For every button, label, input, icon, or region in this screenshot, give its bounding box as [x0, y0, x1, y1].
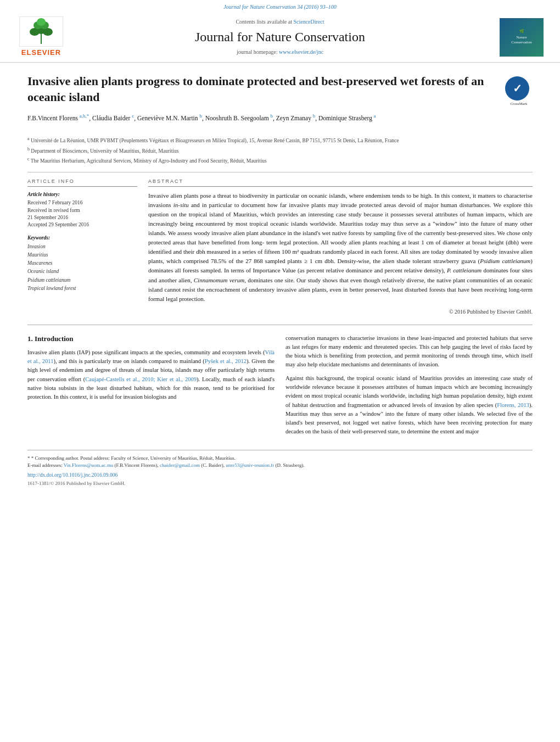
affiliation-a: a Université de La Réunion, UMR PVBMT (P…: [27, 136, 533, 144]
journal-homepage-line: journal homepage: www.elsevier.de/jnc: [71, 48, 489, 56]
article-title-block: Invasive alien plants progress to domina…: [27, 74, 494, 127]
homepage-url[interactable]: www.elsevier.de/jnc: [279, 49, 323, 55]
sup-a: a,b,: [80, 113, 87, 119]
nature-icon: 🌿: [519, 29, 524, 35]
elsevier-logo: ELSEVIER: [11, 16, 71, 58]
sup-affil-a: a: [27, 136, 30, 141]
abstract-col: ABSTRACT Invasive alien plants pose a th…: [148, 178, 533, 316]
article-title: Invasive alien plants progress to domina…: [27, 74, 494, 105]
abstract-label: ABSTRACT: [148, 178, 533, 187]
keyword-oceanic-island: Oceanic island: [27, 267, 137, 276]
footnote-section: * * Corresponding author. Postal address…: [27, 450, 533, 487]
protection-word: protection: [368, 353, 391, 359]
keyword-invasion: Invasion: [27, 243, 137, 251]
keyword-mascarenes: Mascarenes: [27, 259, 137, 267]
authors-line: F.B.Vincent Florens a,b,*, Cláudia Baide…: [27, 113, 494, 122]
revised-date: Received in revised form21 September 201…: [27, 207, 137, 222]
sup-c: c: [132, 113, 134, 119]
affiliation-b: b Department of Biosciences, University …: [27, 146, 533, 155]
sup-b1: b: [199, 113, 202, 119]
sup-affil-b: b: [27, 147, 30, 152]
intro-section-title: 1. Introduction: [27, 334, 275, 344]
ref-pysek-2012[interactable]: Pyšek et al., 2012: [205, 358, 247, 364]
article-history: Article history: Received 7 February 201…: [27, 191, 137, 228]
journal-header-middle: Contents lists available at ScienceDirec…: [71, 18, 489, 57]
svg-point-7: [37, 18, 46, 26]
sup-b3: b: [313, 113, 316, 119]
intro-left-text: Invasive alien plants (IAP) pose signifi…: [27, 348, 275, 402]
info-abstract-section: ARTICLE INFO Article history: Received 7…: [27, 178, 533, 316]
journal-reference-banner: Journal for Nature Conservation 34 (2016…: [0, 0, 560, 12]
crossmark-label: CrossMark: [505, 102, 533, 107]
keyword-psidium: Psidium cattleianum: [27, 276, 137, 284]
copyright-line: © 2016 Published by Elsevier GmbH.: [148, 308, 533, 316]
elsevier-brand-label: ELSEVIER: [21, 48, 61, 58]
sciencedirect-link[interactable]: ScienceDirect: [293, 19, 324, 25]
intro-right-text-1: conservation managers to characterise in…: [285, 334, 533, 370]
sup-a2: a: [374, 113, 376, 119]
doi-line: http://dx.doi.org/10.1016/j.jnc.2016.09.…: [27, 472, 533, 479]
introduction-section: 1. Introduction Invasive alien plants (I…: [27, 334, 533, 441]
article-header: Invasive alien plants progress to domina…: [27, 74, 533, 127]
keyword-forest: Tropical lowland forest: [27, 284, 137, 293]
email-strasberg[interactable]: unre53@univ-reunion.fr: [226, 462, 274, 468]
affiliation-c: c The Mauritius Herbarium, Agricultural …: [27, 156, 533, 165]
journal-logo-text: NatureConservation: [511, 35, 531, 45]
ref-caujape-2010[interactable]: Caujapé-Castells et al., 2010; Kier et a…: [85, 376, 197, 382]
crossmark-circle: ✓: [505, 76, 529, 101]
sup-star: *: [87, 113, 89, 119]
crossmark-logo: ✓ CrossMark: [505, 76, 533, 107]
footnote-emails: E-mail addresses: Vin.Florens@uom.ac.mu …: [27, 462, 533, 470]
svg-point-3: [30, 28, 40, 36]
keywords-list: Invasion Mauritius Mascarenes Oceanic is…: [27, 243, 137, 293]
journal-header: ELSEVIER Contents lists available at Sci…: [0, 12, 560, 63]
ref-florens-2013[interactable]: Florens, 2013: [497, 402, 529, 408]
intro-right-col: conservation managers to characterise in…: [285, 334, 533, 441]
received-date: Received 7 February 2016: [27, 199, 137, 207]
issn-line: 1617-1381/© 2016 Published by Elsevier G…: [27, 480, 533, 487]
article-info-col: ARTICLE INFO Article history: Received 7…: [27, 178, 137, 316]
elsevier-tree-icon: [19, 16, 63, 47]
section-divider: [27, 325, 533, 325]
journal-logo-box: 🌿 NatureConservation: [500, 18, 544, 57]
keywords-label: Keywords:: [27, 235, 137, 242]
footnote-corresponding: * * Corresponding author. Postal address…: [27, 455, 533, 462]
svg-point-4: [43, 28, 53, 36]
email-florens[interactable]: Vin.Florens@uom.ac.mu: [64, 462, 114, 468]
keyword-mauritius: Mauritius: [27, 251, 137, 259]
journal-title: Journal for Nature Conservation: [71, 28, 489, 47]
intro-left-col: 1. Introduction Invasive alien plants (I…: [27, 334, 275, 441]
email-baider[interactable]: chaider@gmail.com: [160, 462, 200, 468]
sup-affil-c: c: [27, 157, 30, 161]
contents-line: Contents lists available at ScienceDirec…: [71, 18, 489, 26]
keywords-section: Keywords: Invasion Mauritius Mascarenes …: [27, 235, 137, 293]
doi-link[interactable]: http://dx.doi.org/10.1016/j.jnc.2016.09.…: [27, 472, 117, 478]
intro-right-text-2: Against this background, the tropical oc…: [285, 374, 533, 437]
affiliations-section: a Université de La Réunion, UMR PVBMT (P…: [27, 136, 533, 172]
sup-b2: b: [271, 113, 273, 119]
accepted-date: Accepted 29 September 2016: [27, 221, 137, 228]
article-content: Invasive alien plants progress to domina…: [0, 63, 560, 498]
history-label: Article history:: [27, 191, 137, 198]
footnote-star: *: [27, 455, 30, 461]
abstract-text: Invasive alien plants pose a threat to b…: [148, 191, 533, 304]
journal-ref-text: Journal for Nature Conservation 34 (2016…: [223, 4, 337, 10]
journal-logo-right: 🌿 NatureConservation: [489, 18, 544, 57]
article-info-label: ARTICLE INFO: [27, 178, 137, 187]
page: Journal for Nature Conservation 34 (2016…: [0, 0, 560, 742]
